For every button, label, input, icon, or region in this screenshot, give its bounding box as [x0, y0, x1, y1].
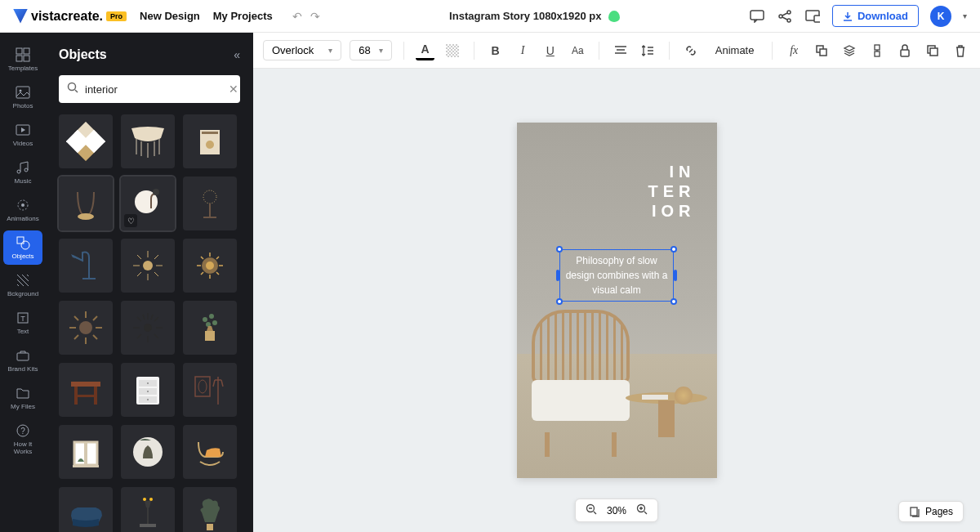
resize-handle-bl[interactable]: [556, 298, 563, 305]
rail-label: My Files: [11, 403, 35, 410]
resize-handle-tl[interactable]: [556, 246, 563, 253]
object-thumb[interactable]: [183, 239, 237, 293]
object-thumb[interactable]: [59, 177, 113, 230]
spacing-icon[interactable]: [639, 41, 658, 60]
undo-button[interactable]: ↶: [292, 10, 302, 23]
object-thumb[interactable]: [121, 114, 175, 168]
rail-text[interactable]: TText: [3, 306, 42, 340]
object-thumb[interactable]: [183, 487, 237, 532]
zoom-out-icon[interactable]: [586, 503, 597, 517]
share-icon[interactable]: [777, 8, 793, 25]
search-input[interactable]: [85, 83, 222, 96]
svg-rect-64: [73, 465, 99, 467]
object-thumb[interactable]: [121, 301, 175, 355]
avatar-menu-caret-icon[interactable]: ▾: [963, 11, 967, 20]
position-icon[interactable]: [812, 41, 831, 60]
svg-point-34: [153, 189, 159, 195]
pages-button[interactable]: Pages: [898, 501, 964, 522]
object-thumb[interactable]: [59, 363, 113, 417]
object-grid: ♡: [59, 114, 240, 532]
lock-icon[interactable]: [895, 41, 915, 60]
comments-icon[interactable]: [749, 8, 765, 25]
italic-icon[interactable]: I: [513, 41, 532, 60]
object-thumb[interactable]: [183, 301, 237, 355]
rail-howitworks[interactable]: ?How It Works: [3, 418, 42, 460]
duplicate-icon[interactable]: [923, 41, 942, 60]
group-icon[interactable]: [867, 41, 887, 60]
collapse-icon[interactable]: «: [234, 48, 240, 61]
object-thumb[interactable]: ♡: [121, 177, 175, 230]
rail-brandkits[interactable]: Brand Kits: [3, 343, 42, 378]
effects-icon[interactable]: fx: [784, 41, 804, 60]
favorite-icon[interactable]: ♡: [124, 214, 137, 227]
object-thumb[interactable]: [59, 239, 113, 293]
rail-objects[interactable]: Objects: [3, 230, 42, 265]
rail-animations[interactable]: Animations: [3, 193, 42, 227]
object-thumb[interactable]: [59, 114, 113, 168]
avatar[interactable]: K: [930, 6, 951, 27]
rail-videos[interactable]: Videos: [3, 118, 42, 152]
object-thumb[interactable]: [121, 425, 175, 479]
object-thumb[interactable]: [183, 114, 237, 168]
svg-rect-7: [24, 48, 29, 54]
rail-background[interactable]: Bckground: [3, 268, 42, 302]
rail-templates[interactable]: Templates: [3, 42, 42, 77]
font-select[interactable]: Overlock▾: [263, 40, 341, 60]
svg-rect-80: [930, 48, 938, 56]
rail-label: Text: [17, 328, 29, 335]
download-button[interactable]: Download: [832, 5, 919, 27]
present-icon[interactable]: [804, 8, 821, 25]
object-thumb[interactable]: [59, 487, 113, 532]
my-projects-button[interactable]: My Projects: [213, 10, 273, 22]
subheading-text[interactable]: Philosophy of slow design combines with …: [564, 253, 670, 297]
logo[interactable]: vistacreate. Pro: [13, 9, 127, 24]
object-thumb[interactable]: [121, 487, 175, 532]
object-thumb[interactable]: [121, 239, 175, 293]
resize-handle-tr[interactable]: [670, 246, 677, 253]
resize-handle-mr[interactable]: [674, 270, 677, 281]
brand-name: vistacreate.: [31, 9, 103, 24]
canvas-area[interactable]: IN TER IOR Philosophy of slow design com…: [253, 69, 980, 532]
document-title[interactable]: Instagram Story 1080x1920 px: [449, 10, 619, 22]
chevron-down-icon: ▾: [379, 46, 383, 55]
lamp-illustration: [675, 387, 693, 405]
object-thumb[interactable]: [121, 363, 175, 417]
svg-point-11: [20, 90, 22, 92]
underline-icon[interactable]: U: [541, 41, 560, 60]
resize-handle-br[interactable]: [670, 298, 677, 305]
text-color-icon[interactable]: A: [416, 41, 435, 60]
rail-music[interactable]: Music: [3, 155, 42, 190]
object-thumb[interactable]: [183, 177, 237, 230]
animate-button[interactable]: Animate: [709, 41, 761, 60]
text-transparency-icon[interactable]: [443, 41, 462, 60]
pages-label: Pages: [925, 506, 953, 517]
heading-text[interactable]: IN TER IOR: [648, 162, 696, 221]
svg-point-16: [21, 203, 24, 207]
redo-button[interactable]: ↷: [310, 10, 320, 23]
object-thumb[interactable]: [59, 425, 113, 479]
font-size-select[interactable]: 68▾: [350, 40, 391, 60]
clear-search-icon[interactable]: ✕: [229, 83, 238, 96]
selected-text-box[interactable]: Philosophy of slow design combines with …: [559, 249, 674, 302]
rail-photos[interactable]: Photos: [3, 80, 42, 114]
story-canvas[interactable]: IN TER IOR Philosophy of slow design com…: [517, 123, 717, 478]
rail-myfiles[interactable]: My Files: [3, 381, 42, 415]
object-thumb[interactable]: [59, 301, 113, 355]
video-icon: [16, 123, 30, 137]
object-thumb[interactable]: [183, 425, 237, 479]
zoom-level[interactable]: 30%: [607, 505, 626, 516]
svg-rect-30: [202, 132, 218, 134]
delete-icon[interactable]: [951, 41, 970, 60]
bold-icon[interactable]: B: [486, 41, 506, 60]
link-icon[interactable]: [681, 41, 701, 60]
align-icon[interactable]: [611, 41, 630, 60]
download-icon: [843, 11, 853, 21]
object-thumb[interactable]: [183, 363, 237, 417]
new-design-button[interactable]: New Design: [140, 10, 200, 22]
text-case-icon[interactable]: Aa: [568, 41, 588, 60]
chevron-down-icon: ▾: [328, 46, 332, 55]
zoom-in-icon[interactable]: [636, 503, 648, 517]
search-bar[interactable]: ✕: [59, 75, 240, 103]
resize-handle-ml[interactable]: [556, 270, 559, 281]
layers-icon[interactable]: [840, 41, 859, 60]
